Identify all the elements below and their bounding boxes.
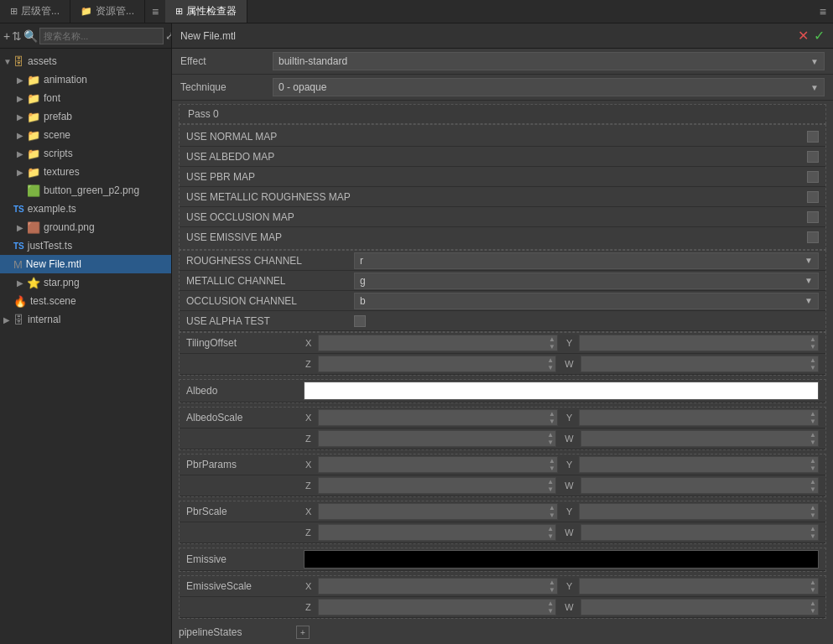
- pbr-scale-w-field[interactable]: 1 ▲▼: [580, 524, 819, 541]
- increment-icon[interactable]: ▲: [545, 431, 555, 439]
- pipeline-states-expand[interactable]: +: [296, 626, 310, 639]
- emissive-scale-w-field[interactable]: 1 ▲▼: [580, 599, 819, 615]
- decrement-icon[interactable]: ▼: [547, 586, 557, 594]
- emissive-scale-z-input[interactable]: 1: [319, 602, 555, 612]
- sidebar-item-textures[interactable]: ▶ 📁 textures: [0, 163, 171, 181]
- stepper[interactable]: ▲▼: [808, 457, 818, 472]
- pbr-params-w-field[interactable]: 1 ▲▼: [580, 477, 819, 494]
- increment-icon[interactable]: ▲: [808, 478, 818, 486]
- tiling-x-stepper[interactable]: ▲▼: [547, 335, 557, 351]
- stepper[interactable]: ▲▼: [547, 410, 557, 425]
- decrement-icon[interactable]: ▼: [808, 343, 818, 351]
- pbr-params-x-field[interactable]: 0.8 ▲▼: [318, 456, 558, 473]
- pbr-scale-z-input[interactable]: 1: [319, 527, 555, 538]
- sidebar-item-font[interactable]: ▶ 📁 font: [0, 89, 171, 107]
- increment-icon[interactable]: ▲: [547, 335, 557, 343]
- increment-icon[interactable]: ▲: [545, 478, 555, 486]
- emissive-scale-x-input[interactable]: 1: [319, 581, 557, 591]
- sidebar-item-test-scene[interactable]: ▶ 🔥 test.scene: [0, 292, 171, 310]
- sidebar-item-animation[interactable]: ▶ 📁 animation: [0, 70, 171, 89]
- stepper[interactable]: ▲▼: [808, 431, 818, 446]
- decrement-icon[interactable]: ▼: [808, 465, 818, 472]
- tiling-y-input[interactable]: 1: [580, 338, 818, 348]
- decrement-icon[interactable]: ▼: [545, 607, 555, 615]
- stepper[interactable]: ▲▼: [808, 478, 818, 493]
- tiling-x-input[interactable]: 1: [319, 338, 557, 348]
- decrement-icon[interactable]: ▼: [808, 439, 818, 446]
- decrement-icon[interactable]: ▼: [808, 512, 818, 519]
- pbr-params-w-input[interactable]: 1: [581, 480, 818, 491]
- tiling-y-field[interactable]: 1 ▲▼: [579, 335, 819, 351]
- albedo-scale-z-input[interactable]: 1: [319, 434, 555, 444]
- increment-icon[interactable]: ▲: [808, 600, 818, 607]
- metallic-channel-dropdown[interactable]: g ▼: [354, 273, 819, 289]
- decrement-icon[interactable]: ▼: [808, 418, 818, 425]
- pbr-scale-x-input[interactable]: 1: [319, 506, 557, 517]
- tab-assets[interactable]: 📁 资源管...: [70, 0, 145, 23]
- sidebar-item-assets[interactable]: ▼ 🗄 assets: [0, 52, 171, 70]
- technique-dropdown-inner[interactable]: 0 - opaque ▼: [273, 78, 825, 96]
- use-occlusion-map-checkbox[interactable]: [807, 211, 819, 223]
- tiling-w-field[interactable]: 0 ▲▼: [580, 356, 819, 372]
- add-button[interactable]: +: [3, 27, 10, 45]
- emissive-scale-x-field[interactable]: 1 ▲▼: [318, 578, 558, 595]
- albedo-scale-y-input[interactable]: 1: [580, 413, 818, 423]
- pbr-scale-y-field[interactable]: 1 ▲▼: [579, 503, 819, 520]
- decrement-icon[interactable]: ▼: [547, 512, 557, 519]
- stepper[interactable]: ▲▼: [808, 504, 818, 519]
- stepper[interactable]: ▲▼: [547, 504, 557, 519]
- tiling-z-stepper[interactable]: ▲▼: [545, 356, 555, 371]
- stepper[interactable]: ▲▼: [545, 525, 555, 540]
- increment-icon[interactable]: ▲: [545, 600, 555, 607]
- decrement-icon[interactable]: ▼: [545, 532, 555, 540]
- stepper[interactable]: ▲▼: [808, 410, 818, 425]
- albedo-scale-y-field[interactable]: 1 ▲▼: [579, 409, 819, 426]
- increment-icon[interactable]: ▲: [808, 410, 818, 418]
- use-metallic-roughness-map-checkbox[interactable]: [807, 191, 819, 203]
- confirm-button[interactable]: ✓: [814, 28, 825, 44]
- inspector-menu-icon[interactable]: ≡: [813, 5, 833, 18]
- tiling-w-input[interactable]: 0: [581, 359, 818, 369]
- sidebar-item-new-file-mtl[interactable]: ▶ M New File.mtl: [0, 255, 171, 273]
- sidebar-item-scripts[interactable]: ▶ 📁 scripts: [0, 144, 171, 163]
- sort-button[interactable]: ⇅: [12, 27, 22, 45]
- decrement-icon[interactable]: ▼: [808, 607, 818, 615]
- sidebar-item-internal[interactable]: ▶ 🗄 internal: [0, 310, 171, 329]
- pbr-params-x-input[interactable]: 0.8: [319, 460, 557, 470]
- sidebar-item-star-png[interactable]: ▶ ⭐ star.png: [0, 273, 171, 292]
- increment-icon[interactable]: ▲: [808, 457, 818, 465]
- decrement-icon[interactable]: ▼: [547, 418, 557, 425]
- use-pbr-map-checkbox[interactable]: [807, 171, 819, 183]
- tiling-z-field[interactable]: 0 ▲▼: [318, 356, 556, 372]
- pbr-scale-z-field[interactable]: 1 ▲▼: [318, 524, 556, 541]
- collapse-button[interactable]: ⤢: [165, 27, 172, 45]
- tiling-w-stepper[interactable]: ▲▼: [808, 356, 818, 371]
- effect-dropdown-inner[interactable]: builtin-standard ▼: [273, 52, 825, 70]
- roughness-channel-dropdown[interactable]: r ▼: [354, 252, 819, 269]
- increment-icon[interactable]: ▲: [808, 356, 818, 364]
- increment-icon[interactable]: ▲: [545, 356, 555, 364]
- decrement-icon[interactable]: ▼: [545, 439, 555, 446]
- sidebar-item-ground-png[interactable]: ▶ 🟫 ground.png: [0, 218, 171, 236]
- increment-icon[interactable]: ▲: [808, 335, 818, 343]
- albedo-scale-w-field[interactable]: 0 ▲▼: [580, 430, 819, 447]
- increment-icon[interactable]: ▲: [547, 410, 557, 418]
- pbr-params-z-field[interactable]: 1 ▲▼: [318, 477, 556, 494]
- decrement-icon[interactable]: ▼: [547, 465, 557, 472]
- emissive-scale-z-field[interactable]: 1 ▲▼: [318, 599, 556, 615]
- tiling-x-field[interactable]: 1 ▲▼: [318, 335, 558, 351]
- stepper[interactable]: ▲▼: [808, 600, 818, 615]
- occlusion-channel-dropdown[interactable]: b ▼: [354, 293, 819, 309]
- increment-icon[interactable]: ▲: [808, 525, 818, 532]
- pbr-scale-x-field[interactable]: 1 ▲▼: [318, 503, 558, 520]
- decrement-icon[interactable]: ▼: [545, 486, 555, 493]
- stepper[interactable]: ▲▼: [808, 579, 818, 594]
- decrement-icon[interactable]: ▼: [808, 532, 818, 540]
- emissive-scale-w-input[interactable]: 1: [581, 602, 818, 612]
- emissive-scale-y-field[interactable]: 1 ▲▼: [579, 578, 819, 595]
- stepper[interactable]: ▲▼: [547, 457, 557, 472]
- pbr-params-y-input[interactable]: 0.6: [580, 460, 818, 470]
- technique-dropdown[interactable]: 0 - opaque ▼: [273, 78, 825, 96]
- increment-icon[interactable]: ▲: [545, 525, 555, 532]
- decrement-icon[interactable]: ▼: [547, 343, 557, 351]
